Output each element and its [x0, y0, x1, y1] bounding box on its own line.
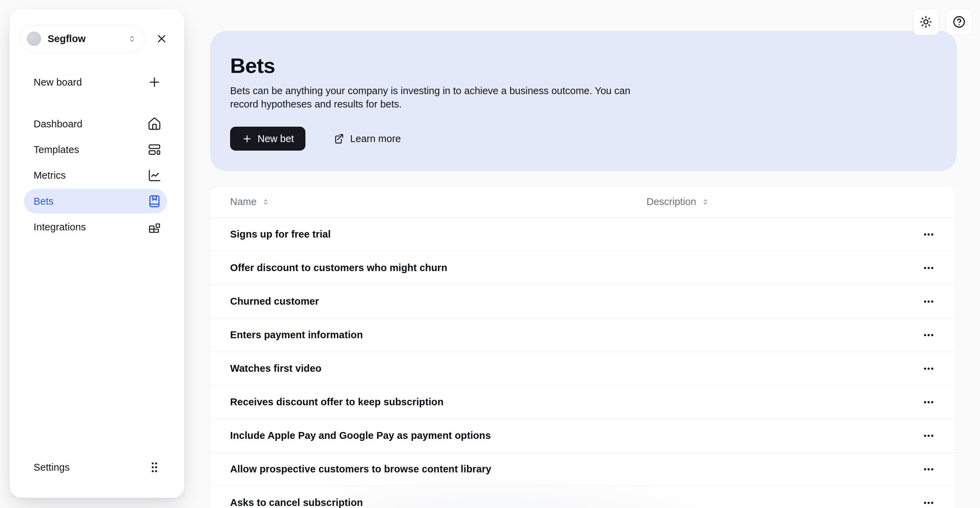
sidebar-item-dashboard[interactable]: Dashboard	[24, 111, 167, 136]
workspace-avatar	[27, 32, 41, 46]
ellipsis-icon	[922, 463, 935, 476]
grip-dots-icon	[147, 460, 162, 475]
page-description-line2: record hypotheses and results for bets.	[230, 98, 957, 111]
sun-icon	[920, 16, 932, 29]
new-bet-label: New bet	[258, 133, 294, 144]
column-name-label: Name	[230, 196, 256, 208]
row-menu-button[interactable]	[919, 426, 938, 445]
bets-hero-card: Bets Bets can be anything your company i…	[210, 31, 957, 171]
sidebar-item-metrics[interactable]: Metrics	[24, 163, 167, 187]
sidebar-item-templates[interactable]: Templates	[24, 137, 167, 162]
sidebar-item-label: Metrics	[33, 170, 66, 181]
sidebar-item-label: Bets	[33, 196, 53, 207]
table-row[interactable]: Enters payment information	[210, 318, 956, 352]
column-header-description[interactable]: Description	[646, 196, 894, 208]
chevrons-up-down-icon	[127, 34, 137, 43]
row-menu-button[interactable]	[919, 292, 938, 311]
bet-name: Allow prospective customers to browse co…	[230, 464, 492, 475]
column-header-name[interactable]: Name	[230, 196, 646, 208]
table-row[interactable]: Watches first video	[210, 352, 956, 386]
ellipsis-icon	[922, 396, 935, 409]
ellipsis-icon	[922, 295, 935, 308]
table-row[interactable]: Asks to cancel subscription	[210, 486, 956, 508]
table-header-row: Name Description	[210, 186, 956, 218]
bet-name: Offer discount to customers who might ch…	[230, 262, 447, 273]
new-bet-button[interactable]: New bet	[230, 127, 305, 151]
sidebar-item-bets[interactable]: Bets	[24, 189, 167, 214]
bet-name: Churned customer	[230, 296, 319, 307]
table-row[interactable]: Churned customer	[210, 285, 956, 318]
table-row[interactable]: Include Apple Pay and Google Pay as paym…	[210, 419, 956, 452]
bet-name: Watches first video	[230, 363, 321, 374]
book-bookmark-icon	[147, 194, 162, 208]
home-icon	[147, 117, 162, 131]
ellipsis-icon	[922, 228, 935, 241]
sidebar-item-label: Dashboard	[33, 118, 83, 130]
plus-icon	[147, 75, 162, 89]
bet-name: Enters payment information	[230, 329, 363, 341]
sidebar-item-integrations[interactable]: Integrations	[24, 214, 167, 239]
table-row[interactable]: Signs up for free trial	[210, 218, 956, 251]
table-row[interactable]: Receives discount offer to keep subscrip…	[210, 386, 956, 419]
row-menu-button[interactable]	[919, 359, 938, 378]
layout-panels-icon	[147, 143, 162, 157]
workspace-name: Segflow	[48, 33, 86, 44]
workspace-selector[interactable]: Segflow	[20, 25, 145, 52]
row-menu-button[interactable]	[919, 493, 938, 508]
ellipsis-icon	[922, 262, 935, 275]
hero-actions: New bet Learn more	[230, 127, 957, 151]
table-row[interactable]: Offer discount to customers who might ch…	[210, 251, 956, 285]
row-menu-button[interactable]	[919, 393, 938, 412]
bet-name: Signs up for free trial	[230, 229, 331, 240]
row-menu-button[interactable]	[919, 325, 938, 345]
bets-table: Name Description Signs up for free trial…	[210, 186, 956, 508]
page-description: Bets can be anything your company is inv…	[230, 84, 957, 111]
plus-icon	[242, 133, 252, 144]
new-board-button[interactable]: New board	[24, 70, 167, 94]
ellipsis-icon	[922, 362, 935, 375]
sidebar-item-label: Templates	[33, 144, 79, 156]
bet-name: Asks to cancel subscription	[230, 497, 363, 508]
blocks-icon	[147, 220, 162, 234]
column-description-label: Description	[646, 196, 696, 208]
ellipsis-icon	[922, 429, 935, 442]
chart-line-icon	[147, 168, 162, 183]
row-menu-button[interactable]	[919, 460, 938, 479]
close-icon	[156, 33, 167, 44]
sort-chevrons-icon	[701, 197, 710, 206]
theme-toggle-button[interactable]	[913, 9, 939, 35]
ellipsis-icon	[922, 329, 935, 341]
learn-more-label: Learn more	[350, 133, 401, 144]
sidebar-item-label: Settings	[33, 462, 70, 473]
bet-name: Receives discount offer to keep subscrip…	[230, 397, 444, 408]
row-menu-button[interactable]	[919, 225, 938, 244]
question-mark-circle-icon	[952, 15, 966, 29]
help-button[interactable]	[946, 9, 972, 35]
sidebar-item-settings[interactable]: Settings	[24, 455, 167, 479]
ellipsis-icon	[922, 496, 935, 508]
bet-name: Include Apple Pay and Google Pay as paym…	[230, 430, 491, 441]
sidebar-close-button[interactable]	[153, 30, 170, 47]
sort-chevrons-icon	[261, 197, 270, 206]
sidebar-item-label: Integrations	[33, 221, 86, 233]
table-row[interactable]: Allow prospective customers to browse co…	[210, 452, 956, 486]
learn-more-link[interactable]: Learn more	[331, 133, 402, 145]
page-title: Bets	[230, 53, 957, 78]
external-link-icon	[333, 133, 344, 144]
row-menu-button[interactable]	[919, 259, 938, 278]
sidebar: Segflow New board Dashboard Templates Me…	[10, 10, 184, 498]
page-description-line1: Bets can be anything your company is inv…	[230, 84, 957, 98]
new-board-label: New board	[33, 77, 82, 88]
